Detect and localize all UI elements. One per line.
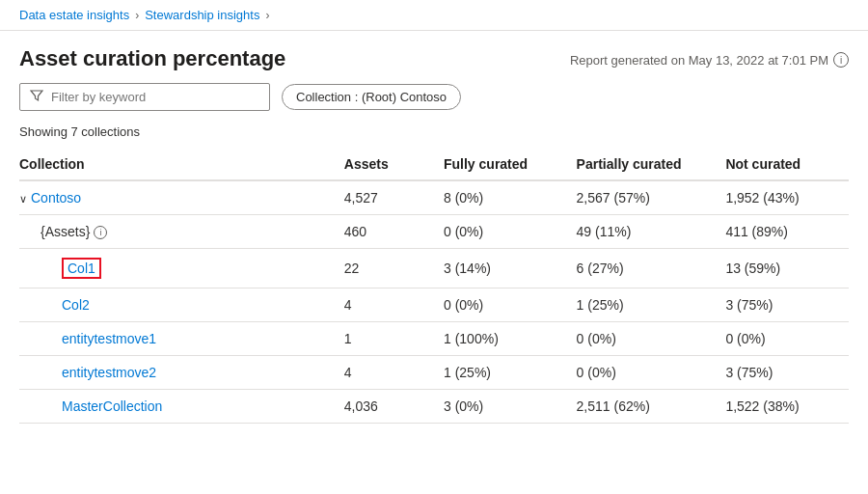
table-header: Collection Assets Fully curated Partiall… <box>19 149 849 180</box>
collection-badge-button[interactable]: Collection : (Root) Contoso <box>282 84 461 110</box>
table-row: {Assets}i4600 (0%)49 (11%)411 (89%) <box>19 215 849 249</box>
filter-input[interactable] <box>51 90 259 104</box>
cell-partially_curated-contoso: 2,567 (57%) <box>567 180 717 215</box>
cell-assets-entitytestmove1: 1 <box>335 322 434 356</box>
filter-input-wrapper[interactable] <box>19 83 270 111</box>
filter-icon <box>30 89 43 105</box>
cell-fully_curated-col2: 0 (0%) <box>434 288 567 322</box>
cell-not_curated-col2: 3 (75%) <box>716 288 849 322</box>
filter-section: Collection : (Root) Contoso <box>0 83 868 121</box>
collection-link-entitytestmove1[interactable]: entitytestmove1 <box>62 331 156 346</box>
curation-table: Collection Assets Fully curated Partiall… <box>19 149 849 424</box>
cell-partially_curated-entitytestmove1: 0 (0%) <box>567 322 717 356</box>
breadcrumb-link-stewardship[interactable]: Stewardship insights <box>145 8 259 22</box>
report-info: Report generated on May 13, 2022 at 7:01… <box>570 46 849 68</box>
cell-fully_curated-col1: 3 (14%) <box>434 249 567 288</box>
table-row: Col1223 (14%)6 (27%)13 (59%) <box>19 249 849 288</box>
breadcrumb-separator-2: › <box>265 9 269 22</box>
cell-assets-contoso: 4,527 <box>335 180 434 215</box>
cell-fully_curated-entitytestmove2: 1 (25%) <box>434 356 567 390</box>
report-info-text: Report generated on May 13, 2022 at 7:01… <box>570 53 828 68</box>
cell-assets-assets-special: 460 <box>335 215 434 249</box>
table-row: MasterCollection4,0363 (0%)2,511 (62%)1,… <box>19 390 849 424</box>
cell-not_curated-col1: 13 (59%) <box>716 249 849 288</box>
table-row: ∨Contoso4,5278 (0%)2,567 (57%)1,952 (43%… <box>19 180 849 215</box>
cell-fully_curated-mastercollection: 3 (0%) <box>434 390 567 424</box>
cell-assets-mastercollection: 4,036 <box>335 390 434 424</box>
collection-link-entitytestmove2[interactable]: entitytestmove2 <box>62 365 156 380</box>
breadcrumb-separator-1: › <box>135 9 139 22</box>
table-row: entitytestmove111 (100%)0 (0%)0 (0%) <box>19 322 849 356</box>
page-title: Asset curation percentage <box>19 46 285 71</box>
cell-assets-col2: 4 <box>335 288 434 322</box>
cell-not_curated-contoso: 1,952 (43%) <box>716 180 849 215</box>
cell-fully_curated-entitytestmove1: 1 (100%) <box>434 322 567 356</box>
report-info-icon[interactable]: i <box>833 52 849 68</box>
showing-label: Showing 7 collections <box>0 121 868 149</box>
collection-link-contoso[interactable]: Contoso <box>31 190 81 206</box>
collection-link-mastercollection[interactable]: MasterCollection <box>62 398 162 414</box>
cell-not_curated-assets-special: 411 (89%) <box>716 215 849 249</box>
collection-link-col1[interactable]: Col1 <box>62 258 101 279</box>
table-row: entitytestmove241 (25%)0 (0%)3 (75%) <box>19 356 849 390</box>
table-container: Collection Assets Fully curated Partiall… <box>0 149 868 424</box>
col-header-not-curated: Not curated <box>716 149 849 180</box>
expand-icon[interactable]: ∨ <box>19 193 27 206</box>
cell-assets-entitytestmove2: 4 <box>335 356 434 390</box>
cell-not_curated-mastercollection: 1,522 (38%) <box>716 390 849 424</box>
cell-fully_curated-assets-special: 0 (0%) <box>434 215 567 249</box>
col-header-collection: Collection <box>19 149 335 180</box>
cell-not_curated-entitytestmove2: 3 (75%) <box>716 356 849 390</box>
table-row: Col240 (0%)1 (25%)3 (75%) <box>19 288 849 322</box>
page-header: Asset curation percentage Report generat… <box>0 31 868 83</box>
cell-partially_curated-entitytestmove2: 0 (0%) <box>567 356 717 390</box>
collection-label-assets-special: {Assets} <box>41 224 90 239</box>
cell-partially_curated-col2: 1 (25%) <box>567 288 717 322</box>
cell-not_curated-entitytestmove1: 0 (0%) <box>716 322 849 356</box>
cell-partially_curated-col1: 6 (27%) <box>567 249 717 288</box>
cell-assets-col1: 22 <box>335 249 434 288</box>
col-header-assets: Assets <box>335 149 434 180</box>
breadcrumb: Data estate insights › Stewardship insig… <box>0 0 868 31</box>
col-header-fully-curated: Fully curated <box>434 149 567 180</box>
cell-partially_curated-assets-special: 49 (11%) <box>567 215 717 249</box>
assets-info-icon[interactable]: i <box>94 226 107 239</box>
collection-link-col2[interactable]: Col2 <box>62 297 90 313</box>
cell-partially_curated-mastercollection: 2,511 (62%) <box>567 390 717 424</box>
table-body: ∨Contoso4,5278 (0%)2,567 (57%)1,952 (43%… <box>19 180 849 424</box>
cell-fully_curated-contoso: 8 (0%) <box>434 180 567 215</box>
col-header-partially-curated: Partially curated <box>567 149 717 180</box>
breadcrumb-link-data-estate[interactable]: Data estate insights <box>19 8 129 22</box>
